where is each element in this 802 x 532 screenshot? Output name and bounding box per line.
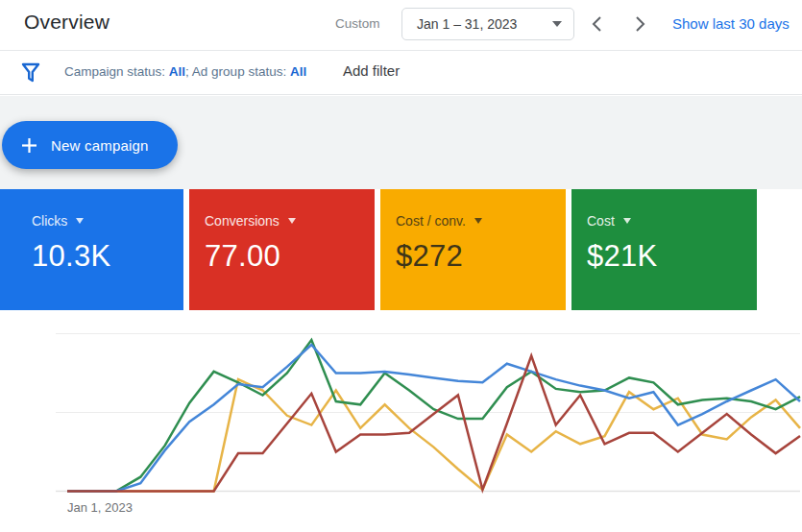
- new-campaign-label: New campaign: [51, 137, 149, 154]
- campaign-status-value: All: [169, 64, 185, 79]
- chevron-down-icon: [288, 218, 296, 224]
- scorecard-conversions[interactable]: Conversions 77.00: [189, 189, 375, 310]
- date-range-picker[interactable]: Jan 1 – 31, 2023: [401, 8, 574, 40]
- scorecard-value: $21K: [587, 239, 741, 274]
- next-period-button[interactable]: [627, 12, 652, 36]
- new-campaign-button[interactable]: New campaign: [2, 121, 178, 169]
- overview-chart-section: Jan 1, 2023: [0, 320, 802, 532]
- date-range-type-label: Custom: [335, 16, 380, 31]
- scorecards-row: Clicks 10.3K Conversions 77.00 Cost / co…: [0, 189, 802, 310]
- ad-group-status-label: Ad group status:: [192, 64, 290, 79]
- chevron-right-icon: [635, 15, 645, 33]
- page-title: Overview: [24, 11, 109, 34]
- scorecard-label: Cost / conv.: [396, 213, 466, 229]
- scorecard-label: Conversions: [205, 213, 279, 229]
- add-filter-button[interactable]: Add filter: [343, 62, 400, 79]
- scorecard-value: $272: [396, 239, 550, 274]
- scorecard-metric-selector[interactable]: Cost / conv.: [396, 213, 550, 229]
- chevron-down-icon: [623, 218, 631, 224]
- scorecard-clicks[interactable]: Clicks 10.3K: [0, 189, 183, 310]
- scorecard-label: Cost: [587, 213, 615, 229]
- plus-icon: [21, 137, 37, 154]
- header-bar: Overview Custom Jan 1 – 31, 2023 Show la…: [0, 0, 802, 51]
- filter-status-chip[interactable]: Campaign status: All; Ad group status: A…: [64, 64, 306, 79]
- scorecard-cost-per-conv[interactable]: Cost / conv. $272: [380, 189, 566, 310]
- scorecard-value: 10.3K: [32, 239, 168, 274]
- scorecard-value: 77.00: [205, 239, 359, 274]
- show-last-30-days-link[interactable]: Show last 30 days: [672, 15, 790, 32]
- filter-bar: Campaign status: All; Ad group status: A…: [0, 52, 802, 95]
- chevron-down-icon: [552, 21, 562, 27]
- chevron-down-icon: [76, 218, 84, 224]
- overview-page: { "header": { "title": "Overview", "rang…: [0, 0, 802, 532]
- previous-period-button[interactable]: [584, 12, 609, 36]
- scorecard-cost[interactable]: Cost $21K: [571, 189, 757, 310]
- x-axis-label: Jan 1, 2023: [67, 500, 133, 515]
- toolbar-band: New campaign: [0, 96, 802, 189]
- filter-separator: ;: [185, 64, 192, 79]
- scorecard-metric-selector[interactable]: Clicks: [32, 213, 168, 229]
- filter-funnel-icon: [21, 62, 40, 84]
- date-range-value: Jan 1 – 31, 2023: [417, 16, 552, 32]
- chevron-down-icon: [474, 218, 482, 224]
- scorecard-metric-selector[interactable]: Cost: [587, 213, 741, 229]
- scorecard-label: Clicks: [32, 213, 67, 229]
- scorecard-metric-selector[interactable]: Conversions: [205, 213, 359, 229]
- campaign-status-label: Campaign status:: [64, 64, 169, 79]
- chevron-left-icon: [592, 15, 602, 33]
- ad-group-status-value: All: [290, 64, 306, 79]
